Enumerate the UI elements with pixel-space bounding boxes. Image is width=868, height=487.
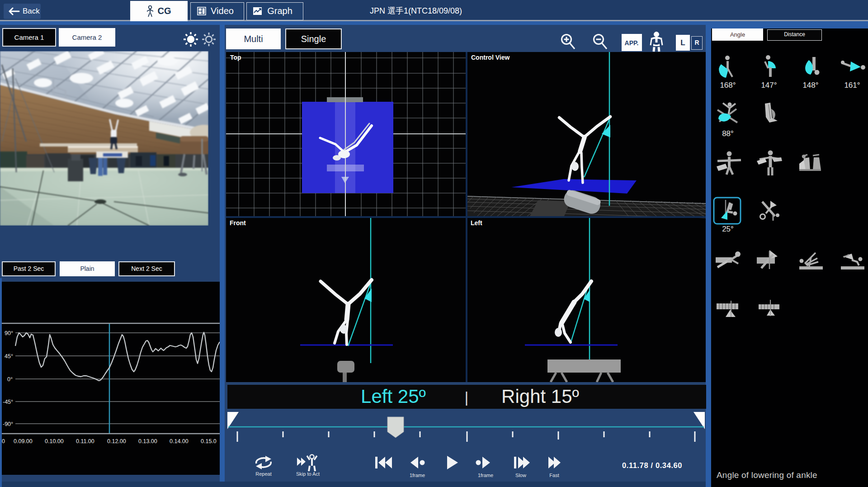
svg-text:Top: Top [230, 54, 241, 61]
svg-text:88°: 88° [722, 129, 734, 138]
svg-text:1frame: 1frame [410, 473, 425, 478]
svg-text:161°: 161° [844, 81, 860, 90]
svg-text:0.13.00: 0.13.00 [138, 438, 157, 444]
svg-text:0°: 0° [7, 376, 13, 383]
svg-text:-45°: -45° [3, 399, 13, 405]
svg-text:0.14.00: 0.14.00 [170, 438, 189, 444]
svg-text:Skip to Act: Skip to Act [296, 471, 320, 477]
svg-text:Front: Front [230, 219, 246, 227]
svg-text:1frame: 1frame [478, 473, 493, 478]
svg-text:Repeat: Repeat [255, 471, 271, 477]
svg-text:0.10.00: 0.10.00 [45, 438, 64, 444]
svg-text:0.12.00: 0.12.00 [107, 438, 126, 444]
svg-text:APP.: APP. [625, 39, 639, 47]
svg-text:45°: 45° [5, 353, 13, 359]
svg-text:Control View: Control View [471, 54, 509, 61]
svg-text:90°: 90° [5, 330, 13, 336]
svg-text:-90°: -90° [3, 421, 13, 427]
svg-text:25°: 25° [722, 225, 734, 233]
svg-text:Left: Left [471, 219, 482, 227]
svg-text:168°: 168° [720, 81, 736, 90]
svg-text:148°: 148° [802, 81, 818, 90]
svg-text:0: 0 [2, 438, 5, 444]
svg-text:0.09.00: 0.09.00 [14, 438, 33, 444]
svg-text:147°: 147° [761, 81, 777, 90]
svg-text:0.15.0: 0.15.0 [201, 438, 217, 444]
svg-text:Fast: Fast [549, 473, 559, 478]
svg-text:Slow: Slow [515, 473, 526, 478]
svg-text:0.11.00: 0.11.00 [76, 438, 94, 444]
